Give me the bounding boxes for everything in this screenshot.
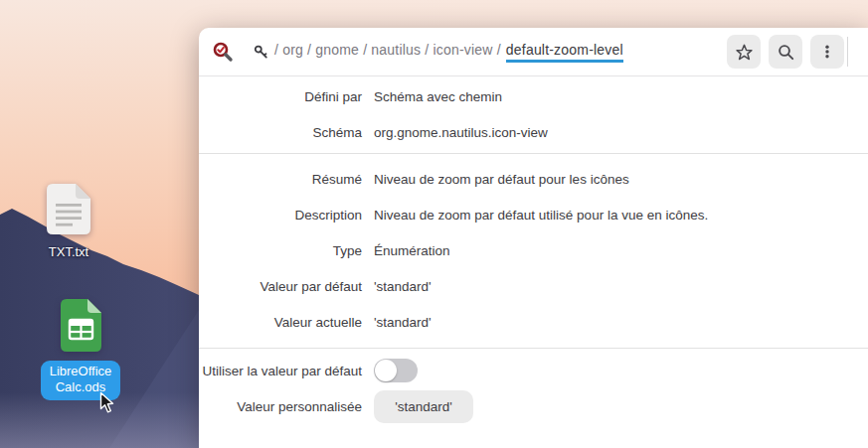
desktop-icon-label: TXT.txt [29,244,108,259]
breadcrumb-current-key[interactable]: default-zoom-level [506,42,623,63]
custom-value-label: Valeur personnalisée [199,399,362,414]
menu-dots-icon [819,44,835,60]
property-label: Schéma [199,125,362,140]
menu-button[interactable] [810,35,844,69]
property-value: 'standard' [374,315,432,330]
desktop-icon-libreoffice-calc[interactable]: LibreOffice Calc.ods [38,298,123,400]
search-button[interactable] [769,35,802,69]
use-default-label: Utiliser la valeur par défaut [199,364,362,378]
property-label: Description [199,208,362,223]
property-label: Résumé [199,172,362,187]
property-row-description: Description Niveau de zoom par défaut ut… [199,197,868,232]
use-default-toggle[interactable] [374,359,418,382]
mouse-cursor [99,391,115,414]
property-value: Schéma avec chemin [374,89,502,104]
section-divider [199,153,868,154]
property-label: Valeur actuelle [199,315,362,330]
toggle-knob [375,360,397,381]
property-row-default-value: Valeur par défaut 'standard' [199,268,868,304]
property-value: Niveau de zoom par défaut pour les icône… [374,172,629,187]
dconf-editor-window: / org / gnome / nautilus / icon-view / d… [199,28,868,448]
key-icon [254,45,268,60]
property-row-current-value: Valeur actuelle 'standard' [199,304,868,340]
spreadsheet-icon [59,298,103,354]
headerbar-separator [847,37,848,67]
bookmark-button[interactable] [727,35,761,69]
property-row-type: Type Énumération [199,232,868,268]
property-label: Valeur par défaut [199,279,362,294]
property-value: Énumération [374,243,450,258]
key-properties-panel: Défini par Schéma avec chemin Schéma org… [199,76,868,424]
dconf-editor-app-icon [212,41,234,63]
breadcrumb-path-prefix[interactable]: / org / gnome / nautilus / icon-view / [274,42,501,58]
property-value: 'standard' [374,279,432,294]
headerbar: / org / gnome / nautilus / icon-view / d… [199,28,868,76]
property-row-summary: Résumé Niveau de zoom par défaut pour le… [199,161,868,197]
search-icon [778,44,794,61]
property-value: org.gnome.nautilus.icon-view [374,125,548,140]
property-row-defined-by: Défini par Schéma avec chemin [199,78,868,114]
property-value: Niveau de zoom par défaut utilisé pour l… [374,208,708,223]
property-label: Type [199,243,362,258]
path-breadcrumb[interactable]: / org / gnome / nautilus / icon-view / d… [254,42,623,63]
use-default-row: Utiliser la valeur par défaut [199,353,868,388]
desktop-icon-txt-file[interactable]: TXT.txt [29,183,108,259]
property-row-schema: Schéma org.gnome.nautilus.icon-view [199,114,868,150]
text-file-icon [43,183,94,236]
property-label: Défini par [199,89,362,104]
custom-value-dropdown[interactable]: 'standard' [374,390,473,423]
section-divider [199,348,868,349]
custom-value-row: Valeur personnalisée 'standard' [199,388,868,424]
bookmark-star-icon [736,44,753,61]
